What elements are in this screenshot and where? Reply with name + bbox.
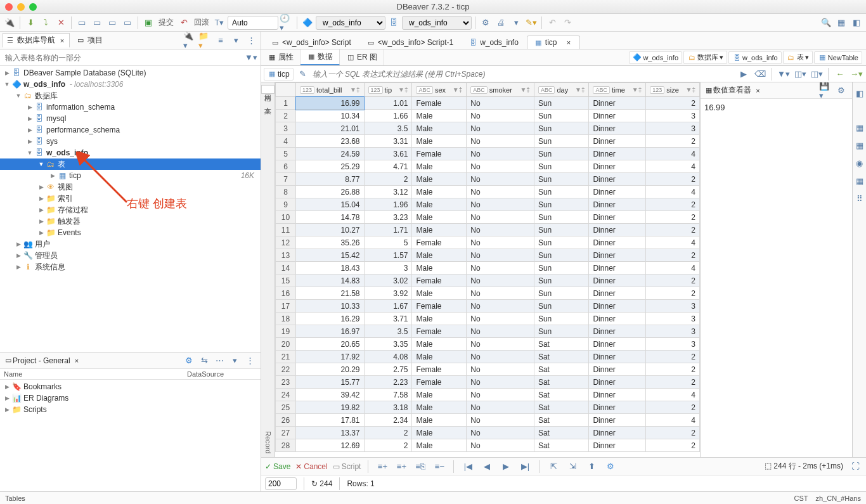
cell[interactable]: 3.23 [364, 211, 412, 224]
new-sql-icon[interactable]: ⬇ [23, 16, 37, 30]
cell[interactable]: 3 [646, 313, 700, 325]
sql-editor-icon[interactable]: ⤵ [39, 16, 53, 30]
cell[interactable]: No [467, 160, 534, 173]
tree-node[interactable]: information_schema [46, 103, 115, 112]
cell[interactable]: 2 [646, 97, 700, 110]
del-row-icon[interactable]: ≡− [432, 460, 446, 474]
collapse-icon[interactable]: ▾ [229, 34, 243, 48]
cell[interactable]: 16.29 [296, 313, 365, 325]
cell[interactable]: 10.27 [296, 224, 365, 236]
cell[interactable]: No [467, 325, 534, 338]
cell[interactable]: 39.42 [296, 389, 365, 401]
link-icon[interactable]: ⇆ [197, 354, 211, 368]
close-icon[interactable]: ✕ [54, 16, 68, 30]
cell[interactable]: Dinner [589, 439, 646, 452]
cell[interactable]: No [467, 262, 534, 275]
apply-filter-icon[interactable]: ▶ [737, 67, 751, 81]
tree-node-ticp[interactable]: ticp [69, 171, 81, 180]
cell[interactable]: Female [412, 97, 467, 110]
cell[interactable]: No [467, 287, 534, 300]
collapse-icon[interactable]: ▾ [228, 354, 242, 368]
cell[interactable]: Dinner [589, 249, 646, 262]
tree-node[interactable]: DBeaver Sample Database (SQLite) [23, 68, 146, 77]
panel-toggle-icon[interactable]: ◧ [853, 86, 867, 100]
history-icon[interactable]: 🕘▾ [280, 16, 294, 30]
cell[interactable]: 3 [646, 110, 700, 122]
script-button[interactable]: ▭ Script [333, 462, 361, 471]
cell[interactable]: Dinner [589, 363, 646, 376]
cell[interactable]: 2 [646, 376, 700, 389]
cell[interactable]: Female [412, 325, 467, 338]
more-icon[interactable]: ⋯ [212, 354, 226, 368]
panels-icon[interactable]: ◫▾ [793, 67, 807, 81]
tree-node[interactable]: Scripts [23, 405, 47, 414]
row-number[interactable]: 25 [276, 401, 296, 414]
cell[interactable]: No [467, 313, 534, 325]
tab-schema[interactable]: 🗄w_ods_info [462, 36, 526, 49]
row-number[interactable]: 13 [276, 249, 296, 262]
cell[interactable]: 4 [646, 186, 700, 198]
cell[interactable]: Female [412, 236, 467, 249]
row-number[interactable]: 16 [276, 287, 296, 300]
cell[interactable]: Dinner [589, 351, 646, 363]
gutter-text[interactable]: 文本 [262, 98, 274, 105]
sql-script-icon[interactable]: ▭ [75, 16, 89, 30]
cell[interactable]: No [467, 338, 534, 351]
tree-node[interactable]: 管理员 [35, 250, 58, 261]
folder-icon[interactable]: 📁▾ [198, 34, 212, 48]
cell[interactable]: Sat [534, 414, 589, 427]
refresh-count[interactable]: ↻ 244 [311, 479, 332, 488]
cell[interactable]: 2 [646, 275, 700, 287]
cell[interactable]: Male [412, 110, 467, 122]
dbeaver-icon[interactable]: ◧ [850, 16, 863, 30]
row-number[interactable]: 12 [276, 236, 296, 249]
cell[interactable]: 14.83 [296, 275, 365, 287]
cell[interactable]: 15.04 [296, 198, 365, 211]
cell[interactable]: 1.01 [364, 97, 412, 110]
cell[interactable]: 12.69 [296, 439, 365, 452]
tab-ticp[interactable]: ▦ticp × [527, 36, 580, 49]
cell[interactable]: Dinner [589, 110, 646, 122]
data-grid[interactable]: 123 total_bill▼‡123 tip▼‡ABC sex▼‡ABC sm… [275, 82, 700, 452]
cell[interactable]: Male [412, 401, 467, 414]
cell[interactable]: 2 [646, 224, 700, 236]
panels2-icon[interactable]: ◫▾ [810, 67, 824, 81]
cell[interactable]: 4.71 [364, 160, 412, 173]
cell[interactable]: 4 [646, 389, 700, 401]
side-icon5[interactable]: ⠿ [853, 191, 867, 205]
cell[interactable]: 5 [364, 236, 412, 249]
cell[interactable]: Male [412, 198, 467, 211]
cell[interactable]: Dinner [589, 401, 646, 414]
cell[interactable]: 3 [646, 325, 700, 338]
cell[interactable]: 17.92 [296, 351, 365, 363]
cell[interactable]: Sat [534, 363, 589, 376]
sql-script3-icon[interactable]: ▭ [105, 16, 119, 30]
cell[interactable]: No [467, 173, 534, 186]
last-icon[interactable]: ▶| [518, 460, 532, 474]
cell[interactable]: Male [412, 262, 467, 275]
edit-icon[interactable]: ≡+ [375, 460, 389, 474]
cell[interactable]: 18.43 [296, 262, 365, 275]
cell[interactable]: 3.35 [364, 338, 412, 351]
cell[interactable]: 2 [646, 249, 700, 262]
cell[interactable]: Male [412, 313, 467, 325]
cell[interactable]: No [467, 224, 534, 236]
cell[interactable]: Sun [534, 110, 589, 122]
row-number[interactable]: 9 [276, 198, 296, 211]
cell[interactable]: 15.77 [296, 376, 365, 389]
row-number[interactable]: 5 [276, 148, 296, 160]
side-icon4[interactable]: ▦ [853, 174, 867, 188]
cell[interactable]: Dinner [589, 313, 646, 325]
cell[interactable]: 3 [646, 338, 700, 351]
cell[interactable]: Dinner [589, 338, 646, 351]
cell[interactable]: 2.34 [364, 414, 412, 427]
cell[interactable]: 4.08 [364, 351, 412, 363]
tree-node-tables-selected[interactable]: ▼🗂表 [0, 158, 261, 170]
cell[interactable]: Sun [534, 300, 589, 313]
cell[interactable]: 2 [646, 211, 700, 224]
cell[interactable]: Sun [534, 122, 589, 135]
cell[interactable]: Male [412, 389, 467, 401]
connection-select[interactable]: w_ods_info [316, 16, 385, 30]
cell[interactable]: 3.5 [364, 122, 412, 135]
wand-icon[interactable]: ✎▾ [524, 16, 538, 30]
